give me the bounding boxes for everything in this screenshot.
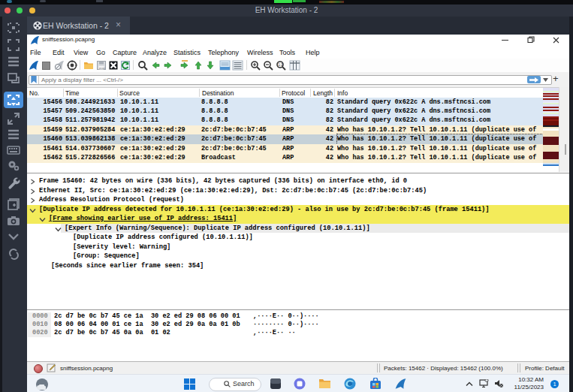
svg-text:pcap: pcap <box>99 67 105 70</box>
svg-text:1:1: 1:1 <box>278 63 283 67</box>
